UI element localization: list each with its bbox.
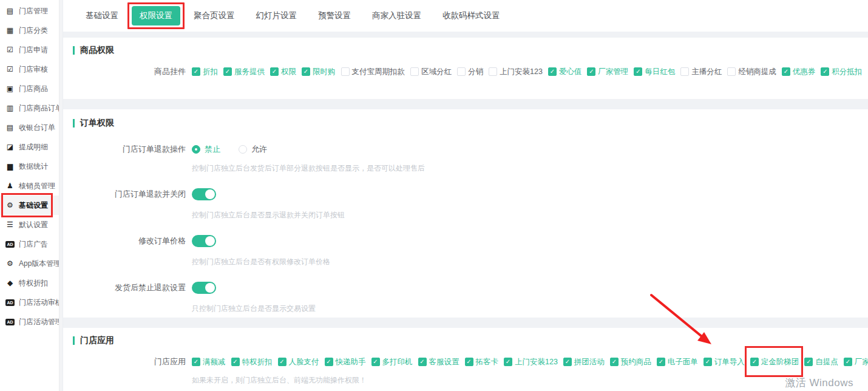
sidebar-item[interactable]: ◪提成明细	[0, 137, 63, 157]
sidebar-item[interactable]: ▤门店管理	[0, 1, 63, 21]
sidebar-item[interactable]: ▆数据统计	[0, 157, 63, 176]
form-item: 门店订单退款操作禁止允许控制门店独立后台发货后订单部分退款按钮是否显示，是否可以…	[73, 143, 858, 172]
basic-settings-gear-icon: ⚙	[5, 201, 15, 210]
form-control	[192, 188, 216, 203]
radio-unselected-icon	[239, 145, 247, 154]
tab-item[interactable]: 商家入驻设置	[364, 6, 429, 25]
unchecked-checkbox-icon	[489, 67, 497, 76]
card-gap	[63, 32, 868, 38]
perm-checkbox[interactable]: ✓满额减	[192, 356, 226, 368]
checked-checkbox-icon: ✓	[821, 67, 829, 76]
perm-checkbox[interactable]: ✓客服设置	[418, 356, 459, 368]
sidebar-item[interactable]: ▤收银台订单	[0, 118, 63, 137]
commission-detail-icon: ◪	[5, 143, 15, 152]
form-item: 发货后禁止退款设置只控制门店独立后台是否显示交易设置	[73, 282, 858, 313]
perm-checkbox[interactable]: ✓特权折扣	[231, 356, 273, 368]
sidebar-item[interactable]: ◆特权折扣	[0, 273, 63, 293]
store-app-help-text: 如果未开启，则门店独立后台、前端无功能操作权限！	[192, 376, 858, 384]
checkbox-label: 多打印机	[382, 356, 413, 368]
perm-checkbox[interactable]: 区域分红	[410, 66, 452, 78]
checked-checkbox-icon: ✓	[704, 358, 712, 366]
perm-checkbox[interactable]: ✓折扣	[192, 66, 218, 78]
checked-checkbox-icon: ✓	[563, 358, 572, 366]
perm-checkbox[interactable]: ✓拓客卡	[465, 356, 499, 368]
perm-checkbox[interactable]: ✓限时购	[302, 66, 336, 78]
perm-checkbox[interactable]: 经销商提成	[727, 66, 776, 78]
form-label: 门店订单退款并关闭	[73, 188, 186, 200]
perm-checkbox[interactable]: 主播分红	[680, 66, 722, 78]
perm-checkbox[interactable]: ✓每日红包	[634, 66, 675, 78]
sidebar-item[interactable]: ▦门店分类	[0, 21, 63, 40]
toggle-switch[interactable]	[192, 188, 216, 200]
sidebar-item[interactable]: ☑门店审核	[0, 59, 63, 79]
unchecked-checkbox-icon	[457, 67, 466, 76]
radio-selected-icon	[192, 145, 200, 154]
perm-checkbox[interactable]: ✓多打印机	[371, 356, 413, 368]
perm-checkbox[interactable]: ✓厂家管理	[844, 356, 868, 368]
perm-checkbox[interactable]: ✓电子面单	[657, 356, 698, 368]
perm-checkbox[interactable]: ✓积分抵扣	[821, 66, 862, 78]
tab-item[interactable]: 聚合页设置	[186, 6, 243, 25]
perm-checkbox[interactable]: ✓自提点	[804, 356, 838, 368]
tab-active[interactable]: 权限设置	[132, 6, 180, 25]
activity-review-ad-icon: AD	[5, 299, 15, 306]
section-bar-icon	[73, 46, 75, 55]
checkbox-label: 积分抵扣	[832, 66, 862, 78]
checkbox-label: 服务提供	[234, 66, 265, 78]
perm-checkbox[interactable]: ✓订单导入	[704, 356, 745, 368]
checkbox-label: 定金阶梯团	[761, 356, 799, 368]
perm-checkbox[interactable]: ✓服务提供	[223, 66, 265, 78]
form-label: 门店订单退款操作	[73, 143, 186, 155]
sidebar-item-label: 核销员管理	[19, 181, 55, 191]
sidebar-item[interactable]: AD门店活动管理	[0, 312, 63, 332]
sidebar-item[interactable]: AD门店广告	[0, 234, 63, 254]
form-control	[192, 235, 216, 250]
perm-checkbox[interactable]: ✓厂家管理	[587, 66, 628, 78]
checked-checkbox-icon: ✓	[418, 358, 427, 366]
perm-checkbox[interactable]: ✓爱心值	[548, 66, 582, 78]
tab-item[interactable]: 基础设置	[78, 6, 126, 25]
sidebar-item[interactable]: ♟核销员管理	[0, 176, 63, 195]
sidebar-item[interactable]: ☑门店申请	[0, 40, 63, 59]
sidebar-item[interactable]: AD门店活动审核	[0, 293, 63, 312]
sidebar-menu: ▤门店管理▦门店分类☑门店申请☑门店审核▣门店商品▥门店商品订单▤收银台订单◪提…	[0, 1, 63, 332]
sidebar-item[interactable]: ☰默认设置	[0, 215, 63, 234]
app-version-gears-icon: ⚙	[5, 259, 15, 268]
checked-checkbox-icon: ✓	[844, 358, 852, 366]
perm-checkbox[interactable]: ✓预约商品	[610, 356, 651, 368]
perm-checkbox[interactable]: ✓优惠券	[782, 66, 816, 78]
sidebar-item-label: 收银台订单	[19, 123, 55, 133]
perm-checkbox[interactable]: 分销	[457, 66, 483, 78]
sidebar-item-label: 门店管理	[19, 6, 48, 16]
sidebar-item[interactable]: ⚙App版本管理	[0, 254, 63, 273]
checkbox-label: 上门安装123	[515, 356, 558, 368]
perm-checkbox[interactable]: 支付宝周期扣款	[341, 66, 405, 78]
sidebar-item[interactable]: ▥门店商品订单	[0, 98, 63, 118]
checkbox-label: 客服设置	[429, 356, 459, 368]
tab-item[interactable]: 幻灯片设置	[248, 6, 305, 25]
perm-checkbox[interactable]: ✓快递助手	[325, 356, 366, 368]
checked-checkbox-icon: ✓	[548, 67, 557, 76]
perm-checkbox[interactable]: ✓定金阶梯团	[750, 356, 799, 368]
radio-option[interactable]: 禁止	[192, 143, 220, 155]
radio-option[interactable]: 允许	[239, 143, 267, 155]
checkbox-label: 爱心值	[559, 66, 582, 78]
tab-item[interactable]: 收款码样式设置	[435, 6, 508, 25]
checked-checkbox-icon: ✓	[782, 67, 790, 76]
sidebar-scrollbar[interactable]	[59, 0, 63, 391]
sidebar-item[interactable]: ⚙基础设置	[0, 195, 63, 215]
sidebar-item-label: 提成明细	[19, 142, 48, 152]
perm-checkbox[interactable]: ✓权限	[270, 66, 296, 78]
store-ad-icon: AD	[5, 241, 15, 248]
perm-checkbox[interactable]: ✓人脸支付	[278, 356, 319, 368]
perm-checkbox[interactable]: ✓上门安装123	[504, 356, 558, 368]
card-gap	[63, 318, 868, 328]
tab-item[interactable]: 预警设置	[310, 6, 359, 25]
toggle-switch[interactable]	[192, 282, 216, 294]
checkbox-label: 支付宝周期扣款	[352, 66, 405, 78]
perm-checkbox[interactable]: ✓拼团活动	[563, 356, 605, 368]
sidebar-item[interactable]: ▣门店商品	[0, 79, 63, 98]
toggle-switch[interactable]	[192, 235, 216, 247]
checkbox-label: 限时购	[313, 66, 336, 78]
perm-checkbox[interactable]: 上门安装123	[489, 66, 543, 78]
